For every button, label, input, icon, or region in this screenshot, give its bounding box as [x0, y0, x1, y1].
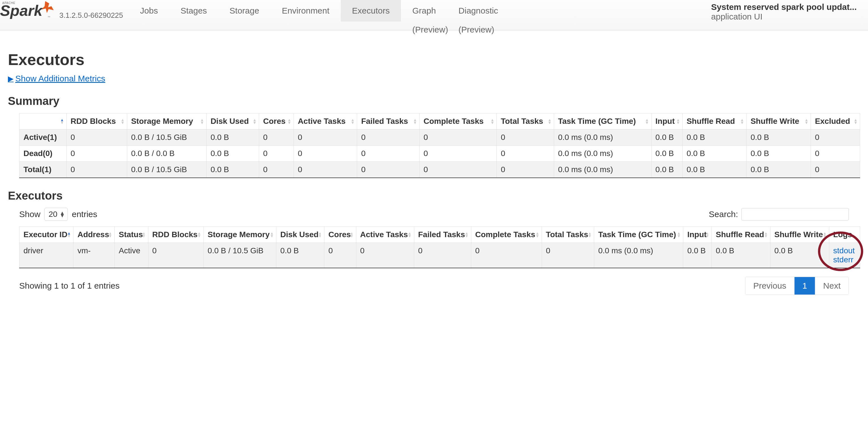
summary-col-header[interactable]: Failed Tasks▲▼: [357, 113, 420, 129]
summary-cell: 0.0 B: [746, 162, 811, 178]
executors-col-header[interactable]: Logs: [829, 227, 860, 243]
sort-icon: ▲▼: [318, 232, 322, 238]
executors-col-header[interactable]: Active Tasks▲▼: [356, 227, 414, 243]
sort-icon: ▲▼: [413, 118, 417, 124]
summary-col-header[interactable]: Disk Used▲▼: [207, 113, 259, 129]
executors-cell: 0.0 B: [712, 243, 770, 268]
caret-right-icon: ▶: [8, 74, 13, 83]
spark-logo: APACHE Spark ™: [0, 0, 57, 22]
summary-col-header[interactable]: Excluded▲▼: [811, 113, 860, 129]
executors-col-header[interactable]: Storage Memory▲▼: [204, 227, 276, 243]
summary-heading: Summary: [8, 95, 860, 108]
summary-col-header[interactable]: Shuffle Write▲▼: [746, 113, 811, 129]
summary-col-header[interactable]: Active Tasks▲▼: [293, 113, 357, 129]
summary-cell: 0: [357, 129, 420, 146]
header-label: Executor ID: [24, 230, 67, 239]
tab-label: Stages: [181, 6, 207, 16]
sort-icon: ▲▼: [548, 118, 552, 124]
summary-cell: 0: [811, 129, 860, 146]
tab-stages[interactable]: Stages: [169, 0, 218, 22]
header-label: Shuffle Read: [687, 117, 735, 125]
summary-col-header[interactable]: Total Tasks▲▼: [497, 113, 554, 129]
executors-col-header[interactable]: Total Tasks▲▼: [541, 227, 594, 243]
sort-icon: ▲▼: [142, 232, 146, 238]
summary-cell: 0.0 B: [746, 129, 811, 146]
tab-storage[interactable]: Storage: [218, 0, 270, 22]
executors-col-header[interactable]: RDD Blocks▲▼: [148, 227, 204, 243]
summary-cell: 0: [259, 146, 294, 162]
executors-cell: 0: [324, 243, 356, 268]
executors-col-header[interactable]: Cores▲▼: [324, 227, 356, 243]
summary-col-header[interactable]: Complete Tasks▲▼: [419, 113, 497, 129]
tab-label: Jobs: [140, 6, 158, 16]
search-input[interactable]: [741, 208, 849, 220]
entries-select[interactable]: 20 ▲▼: [44, 208, 68, 221]
executors-col-header[interactable]: Disk Used▲▼: [276, 227, 324, 243]
header-label: Address: [78, 230, 109, 239]
header-label: RDD Blocks: [152, 230, 197, 239]
executors-heading: Executors: [8, 189, 860, 202]
tab-environment[interactable]: Environment: [270, 0, 340, 22]
page-title: Executors: [8, 50, 860, 69]
summary-table: ▲▼RDD Blocks▲▼Storage Memory▲▼Disk Used▲…: [19, 113, 860, 178]
summary-row-label: Total(1): [20, 162, 67, 178]
entries-value: 20: [49, 210, 57, 218]
summary-cell: 0: [259, 129, 294, 146]
page-1-button[interactable]: 1: [794, 277, 815, 295]
sort-icon: ▲▼: [60, 118, 64, 124]
summary-row: Dead(0)00.0 B / 0.0 B0.0 B000000.0 ms (0…: [20, 146, 860, 162]
executors-col-header[interactable]: Task Time (GC Time)▲▼: [594, 227, 683, 243]
sort-icon: ▲▼: [588, 232, 592, 238]
search-label: Search:: [709, 210, 738, 219]
summary-col-header[interactable]: Storage Memory▲▼: [127, 113, 206, 129]
stdout-link[interactable]: stdout: [833, 246, 856, 255]
header-label: Shuffle Write: [750, 117, 799, 125]
sort-icon: ▲▼: [408, 232, 412, 238]
summary-col-header[interactable]: Cores▲▼: [259, 113, 294, 129]
header-label: Cores: [328, 230, 351, 239]
summary-col-header[interactable]: RDD Blocks▲▼: [66, 113, 127, 129]
summary-col-header[interactable]: Shuffle Read▲▼: [682, 113, 746, 129]
summary-col-header[interactable]: ▲▼: [20, 113, 67, 129]
sort-icon: ▲▼: [764, 232, 768, 238]
show-additional-metrics-toggle[interactable]: ▶ Show Additional Metrics: [8, 74, 105, 83]
nav-tabs: Jobs Stages Storage Environment Executor…: [129, 0, 509, 22]
tab-diagnostic[interactable]: Diagnostic(Preview): [447, 0, 509, 22]
summary-cell: 0: [293, 146, 357, 162]
summary-cell: 0.0 B / 10.5 GiB: [127, 162, 206, 178]
sort-icon: ▲▼: [200, 118, 204, 124]
summary-cell: 0: [293, 129, 357, 146]
executors-col-header[interactable]: Address▲▼: [73, 227, 115, 243]
summary-cell: 0.0 B: [682, 129, 746, 146]
tab-graph[interactable]: Graph(Preview): [401, 0, 447, 22]
summary-cell: 0: [811, 162, 860, 178]
summary-cell: 0.0 B: [207, 129, 259, 146]
tab-executors[interactable]: Executors: [341, 0, 401, 22]
sort-icon: ▲▼: [465, 232, 469, 238]
header-label: Storage Memory: [131, 117, 193, 125]
stderr-link[interactable]: stderr: [833, 255, 856, 264]
sort-icon: ▲▼: [676, 118, 680, 124]
summary-col-header[interactable]: Input▲▼: [651, 113, 682, 129]
svg-text:Spark: Spark: [0, 2, 43, 19]
executors-cell: 0.0 B: [683, 243, 712, 268]
sort-icon: ▲▼: [197, 232, 201, 238]
next-button[interactable]: Next: [815, 277, 848, 295]
tab-jobs[interactable]: Jobs: [129, 0, 169, 22]
spark-version: 3.1.2.5.0-66290225: [59, 11, 123, 22]
summary-col-header[interactable]: Task Time (GC Time)▲▼: [554, 113, 652, 129]
header-label: Disk Used: [211, 117, 249, 125]
executors-col-header[interactable]: Failed Tasks▲▼: [414, 227, 471, 243]
executors-col-header[interactable]: Shuffle Write▲▼: [770, 227, 829, 243]
executors-col-header[interactable]: Status▲▼: [115, 227, 148, 243]
executors-col-header[interactable]: Executor ID▲▼: [20, 227, 73, 243]
previous-button[interactable]: Previous: [745, 277, 794, 295]
sort-icon: ▲▼: [823, 232, 827, 238]
executors-col-header[interactable]: Input▲▼: [683, 227, 712, 243]
executors-cell: driver: [20, 243, 73, 268]
sort-icon: ▲▼: [121, 118, 125, 124]
executors-col-header[interactable]: Complete Tasks▲▼: [471, 227, 541, 243]
executors-cell: 0: [541, 243, 594, 268]
executors-col-header[interactable]: Shuffle Read▲▼: [712, 227, 770, 243]
search-block: Search:: [709, 208, 849, 220]
